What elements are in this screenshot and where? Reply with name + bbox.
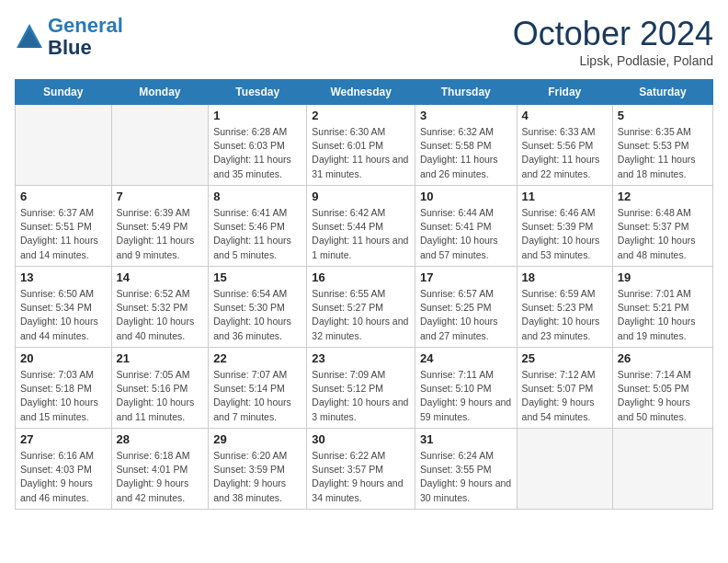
calendar-cell: 1Sunrise: 6:28 AM Sunset: 6:03 PM Daylig… xyxy=(209,105,307,186)
day-info: Sunrise: 6:57 AM Sunset: 5:25 PM Dayligh… xyxy=(420,287,512,343)
calendar-cell xyxy=(612,429,712,510)
calendar-cell: 7Sunrise: 6:39 AM Sunset: 5:49 PM Daylig… xyxy=(111,186,209,267)
day-number: 23 xyxy=(312,351,410,365)
calendar-cell: 26Sunrise: 7:14 AM Sunset: 5:05 PM Dayli… xyxy=(612,348,712,429)
weekday-header: Monday xyxy=(111,80,209,105)
day-number: 14 xyxy=(117,270,204,284)
day-info: Sunrise: 6:20 AM Sunset: 3:59 PM Dayligh… xyxy=(213,449,301,505)
calendar-cell: 30Sunrise: 6:22 AM Sunset: 3:57 PM Dayli… xyxy=(307,429,415,510)
day-info: Sunrise: 6:39 AM Sunset: 5:49 PM Dayligh… xyxy=(117,206,204,262)
day-info: Sunrise: 6:46 AM Sunset: 5:39 PM Dayligh… xyxy=(522,206,608,262)
calendar-cell: 25Sunrise: 7:12 AM Sunset: 5:07 PM Dayli… xyxy=(517,348,612,429)
day-number: 7 xyxy=(117,190,204,203)
weekday-header: Tuesday xyxy=(209,80,307,105)
calendar-cell xyxy=(517,429,612,510)
day-info: Sunrise: 6:16 AM Sunset: 4:03 PM Dayligh… xyxy=(20,449,107,505)
day-number: 20 xyxy=(20,351,107,365)
calendar-week-row: 27Sunrise: 6:16 AM Sunset: 4:03 PM Dayli… xyxy=(16,429,713,510)
day-number: 16 xyxy=(312,270,410,284)
day-number: 31 xyxy=(420,432,512,446)
page-header: GeneralBlue October 2024 Lipsk, Podlasie… xyxy=(15,15,713,68)
day-number: 8 xyxy=(213,190,301,203)
calendar-cell: 20Sunrise: 7:03 AM Sunset: 5:18 PM Dayli… xyxy=(16,348,112,429)
day-info: Sunrise: 6:50 AM Sunset: 5:34 PM Dayligh… xyxy=(20,287,107,343)
day-info: Sunrise: 7:07 AM Sunset: 5:14 PM Dayligh… xyxy=(213,368,301,424)
calendar-cell: 14Sunrise: 6:52 AM Sunset: 5:32 PM Dayli… xyxy=(111,267,209,348)
day-number: 19 xyxy=(618,270,708,284)
day-number: 3 xyxy=(420,109,512,122)
day-info: Sunrise: 6:52 AM Sunset: 5:32 PM Dayligh… xyxy=(117,287,204,343)
day-number: 13 xyxy=(20,270,107,284)
day-number: 12 xyxy=(618,190,708,203)
weekday-header-row: SundayMondayTuesdayWednesdayThursdayFrid… xyxy=(16,80,713,105)
calendar-cell: 3Sunrise: 6:32 AM Sunset: 5:58 PM Daylig… xyxy=(415,105,517,186)
weekday-header: Wednesday xyxy=(307,80,415,105)
day-info: Sunrise: 7:14 AM Sunset: 5:05 PM Dayligh… xyxy=(618,368,708,424)
day-number: 5 xyxy=(618,109,708,122)
day-info: Sunrise: 6:59 AM Sunset: 5:23 PM Dayligh… xyxy=(522,287,608,343)
calendar-cell: 31Sunrise: 6:24 AM Sunset: 3:55 PM Dayli… xyxy=(415,429,517,510)
calendar-cell xyxy=(111,105,209,186)
calendar-cell xyxy=(16,105,112,186)
calendar-cell: 15Sunrise: 6:54 AM Sunset: 5:30 PM Dayli… xyxy=(209,267,307,348)
day-number: 9 xyxy=(312,190,410,203)
calendar-cell: 27Sunrise: 6:16 AM Sunset: 4:03 PM Dayli… xyxy=(16,429,112,510)
calendar-cell: 6Sunrise: 6:37 AM Sunset: 5:51 PM Daylig… xyxy=(16,186,112,267)
day-info: Sunrise: 6:30 AM Sunset: 6:01 PM Dayligh… xyxy=(312,125,410,181)
day-info: Sunrise: 6:37 AM Sunset: 5:51 PM Dayligh… xyxy=(20,206,107,262)
day-number: 30 xyxy=(312,432,410,446)
calendar-cell: 24Sunrise: 7:11 AM Sunset: 5:10 PM Dayli… xyxy=(415,348,517,429)
logo-icon xyxy=(15,22,44,52)
calendar-cell: 8Sunrise: 6:41 AM Sunset: 5:46 PM Daylig… xyxy=(209,186,307,267)
calendar-cell: 5Sunrise: 6:35 AM Sunset: 5:53 PM Daylig… xyxy=(612,105,712,186)
day-number: 4 xyxy=(522,109,608,122)
day-number: 18 xyxy=(522,270,608,284)
day-info: Sunrise: 7:01 AM Sunset: 5:21 PM Dayligh… xyxy=(618,287,708,343)
calendar-cell: 12Sunrise: 6:48 AM Sunset: 5:37 PM Dayli… xyxy=(612,186,712,267)
day-info: Sunrise: 6:22 AM Sunset: 3:57 PM Dayligh… xyxy=(312,449,410,505)
calendar-cell: 13Sunrise: 6:50 AM Sunset: 5:34 PM Dayli… xyxy=(16,267,112,348)
day-info: Sunrise: 6:41 AM Sunset: 5:46 PM Dayligh… xyxy=(213,206,301,262)
day-number: 21 xyxy=(117,351,204,365)
weekday-header: Thursday xyxy=(415,80,517,105)
day-number: 11 xyxy=(522,190,608,203)
month-title: October 2024 xyxy=(513,15,713,53)
day-info: Sunrise: 6:28 AM Sunset: 6:03 PM Dayligh… xyxy=(213,125,301,181)
weekday-header: Sunday xyxy=(16,80,112,105)
calendar-cell: 19Sunrise: 7:01 AM Sunset: 5:21 PM Dayli… xyxy=(612,267,712,348)
calendar-cell: 21Sunrise: 7:05 AM Sunset: 5:16 PM Dayli… xyxy=(111,348,209,429)
calendar-cell: 4Sunrise: 6:33 AM Sunset: 5:56 PM Daylig… xyxy=(517,105,612,186)
title-block: October 2024 Lipsk, Podlasie, Poland xyxy=(513,15,713,68)
day-number: 24 xyxy=(420,351,512,365)
day-info: Sunrise: 6:48 AM Sunset: 5:37 PM Dayligh… xyxy=(618,206,708,262)
weekday-header: Saturday xyxy=(612,80,712,105)
day-info: Sunrise: 7:09 AM Sunset: 5:12 PM Dayligh… xyxy=(312,368,410,424)
calendar-cell: 23Sunrise: 7:09 AM Sunset: 5:12 PM Dayli… xyxy=(307,348,415,429)
day-number: 1 xyxy=(213,109,301,122)
day-number: 29 xyxy=(213,432,301,446)
day-number: 17 xyxy=(420,270,512,284)
calendar-cell: 28Sunrise: 6:18 AM Sunset: 4:01 PM Dayli… xyxy=(111,429,209,510)
calendar-cell: 18Sunrise: 6:59 AM Sunset: 5:23 PM Dayli… xyxy=(517,267,612,348)
day-number: 15 xyxy=(213,270,301,284)
day-number: 22 xyxy=(213,351,301,365)
day-info: Sunrise: 6:54 AM Sunset: 5:30 PM Dayligh… xyxy=(213,287,301,343)
location-subtitle: Lipsk, Podlasie, Poland xyxy=(513,53,713,68)
calendar-cell: 10Sunrise: 6:44 AM Sunset: 5:41 PM Dayli… xyxy=(415,186,517,267)
calendar-cell: 2Sunrise: 6:30 AM Sunset: 6:01 PM Daylig… xyxy=(307,105,415,186)
day-info: Sunrise: 7:05 AM Sunset: 5:16 PM Dayligh… xyxy=(117,368,204,424)
day-info: Sunrise: 6:35 AM Sunset: 5:53 PM Dayligh… xyxy=(618,125,708,181)
day-info: Sunrise: 6:32 AM Sunset: 5:58 PM Dayligh… xyxy=(420,125,512,181)
day-info: Sunrise: 6:55 AM Sunset: 5:27 PM Dayligh… xyxy=(312,287,410,343)
calendar-cell: 9Sunrise: 6:42 AM Sunset: 5:44 PM Daylig… xyxy=(307,186,415,267)
day-number: 10 xyxy=(420,190,512,203)
day-info: Sunrise: 6:44 AM Sunset: 5:41 PM Dayligh… xyxy=(420,206,512,262)
day-number: 27 xyxy=(20,432,107,446)
calendar-cell: 22Sunrise: 7:07 AM Sunset: 5:14 PM Dayli… xyxy=(209,348,307,429)
day-number: 2 xyxy=(312,109,410,122)
day-info: Sunrise: 7:03 AM Sunset: 5:18 PM Dayligh… xyxy=(20,368,107,424)
calendar-cell: 16Sunrise: 6:55 AM Sunset: 5:27 PM Dayli… xyxy=(307,267,415,348)
day-info: Sunrise: 7:12 AM Sunset: 5:07 PM Dayligh… xyxy=(522,368,608,424)
day-number: 26 xyxy=(618,351,708,365)
calendar-week-row: 1Sunrise: 6:28 AM Sunset: 6:03 PM Daylig… xyxy=(16,105,713,186)
